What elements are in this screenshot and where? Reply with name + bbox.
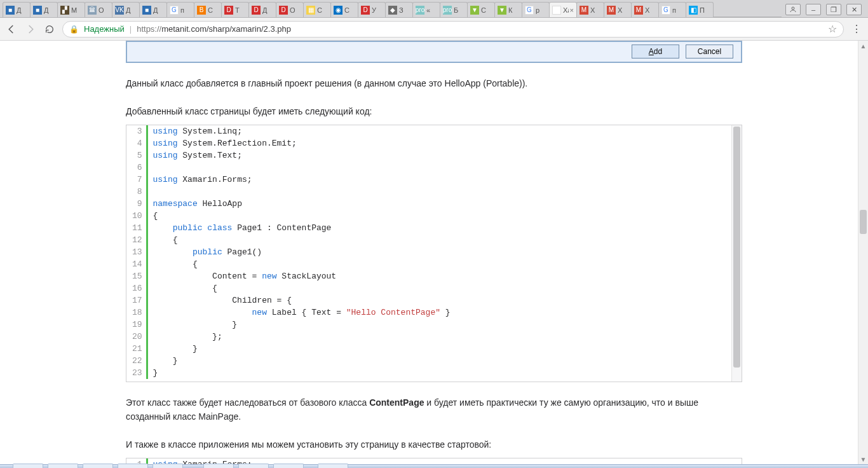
taskbar-item[interactable] (273, 464, 304, 468)
paragraph: Добавленный класс страницы будет иметь с… (126, 105, 742, 119)
tab-label: Б (454, 6, 465, 14)
browser-tab[interactable]: ▼К (494, 2, 522, 17)
code-line: namespace HelloApp (147, 198, 742, 210)
tab-favicon-icon: ◆ (388, 6, 397, 15)
address-bar[interactable]: 🔒 Надежный | https://metanit.com/sharp/x… (62, 21, 844, 38)
browser-tab[interactable]: ◧П (686, 2, 714, 17)
forward-button[interactable] (24, 23, 37, 36)
code-scrollbar[interactable] (731, 125, 742, 382)
article-body: Данный класс добавляется в главный проек… (126, 77, 742, 464)
tab-label: п (672, 6, 683, 14)
browser-tab[interactable]: proБ (440, 2, 468, 17)
scroll-up-button[interactable]: ▲ (858, 41, 868, 51)
tab-favicon-icon: 🏛 (88, 6, 97, 15)
tab-favicon-icon: ▼ (470, 6, 479, 15)
line-number: 16 (126, 282, 147, 294)
tab-favicon-icon: ■ (142, 6, 151, 15)
code-line (147, 162, 742, 174)
tab-favicon-icon: pro (416, 6, 424, 15)
browser-tab[interactable]: Xa× (549, 2, 577, 17)
browser-tab[interactable]: ◆З (385, 2, 413, 17)
line-number: 7 (126, 174, 147, 186)
browser-tab[interactable]: VKД (112, 2, 140, 17)
code-line: { (147, 210, 742, 222)
tab-label: C (344, 6, 355, 14)
taskbar-item[interactable] (48, 464, 78, 468)
browser-tab[interactable]: ■Д (30, 2, 58, 17)
browser-tab[interactable]: DУ (358, 2, 386, 17)
scrollbar-thumb[interactable] (860, 210, 867, 234)
browser-tab[interactable]: DT (221, 2, 249, 17)
tab-favicon-icon: ◉ (334, 6, 342, 15)
browser-toolbar: 🔒 Надежный | https://metanit.com/sharp/x… (0, 18, 868, 41)
page-scrollbar[interactable]: ▲ ▼ (858, 41, 868, 464)
dialog-cancel-button[interactable]: Cancel (686, 45, 733, 59)
profile-button[interactable] (785, 4, 801, 15)
browser-menu-button[interactable]: ⋮ (850, 23, 863, 35)
line-number: 22 (126, 355, 147, 367)
browser-tab[interactable]: ◉C (330, 2, 358, 17)
code-line: { (147, 258, 742, 270)
tab-favicon-icon: G (661, 6, 670, 15)
browser-tab[interactable]: MX (576, 2, 604, 17)
browser-tab[interactable]: 🏛O (85, 2, 112, 17)
tab-favicon-icon (552, 6, 561, 15)
browser-tab[interactable]: Gп (658, 2, 686, 17)
paragraph: И также в классе приложения мы можем уст… (126, 438, 742, 452)
browser-tab[interactable]: ▞M (57, 2, 85, 17)
tab-label: M (71, 6, 82, 14)
tab-label: O (98, 6, 109, 14)
close-window-button[interactable]: ✕ (846, 4, 862, 15)
svg-point-0 (792, 7, 794, 10)
reload-button[interactable] (43, 23, 56, 36)
line-number: 14 (126, 258, 147, 270)
browser-tab[interactable]: ■Д (139, 2, 167, 17)
line-number: 3 (126, 125, 147, 137)
line-number: 5 (126, 149, 147, 162)
taskbar-item[interactable] (83, 464, 113, 468)
maximize-button[interactable]: ❐ (826, 4, 841, 15)
taskbar-item[interactable] (238, 464, 269, 468)
browser-tab[interactable]: MX (604, 2, 632, 17)
line-number: 17 (126, 294, 147, 306)
line-number: 15 (126, 270, 147, 282)
code-line: using System.Reflection.Emit; (147, 137, 742, 149)
minimize-button[interactable]: – (806, 4, 821, 15)
back-button[interactable] (5, 23, 18, 36)
code-line: } (147, 367, 742, 379)
code-block-1: 3using System.Linq;4using System.Reflect… (126, 125, 742, 382)
tab-label: Д (17, 6, 27, 14)
taskbar-item[interactable] (153, 464, 183, 468)
page-viewport: Add Cancel Данный класс добавляется в гл… (0, 41, 868, 464)
tab-favicon-icon: ■ (33, 6, 42, 15)
tab-label: X (618, 6, 628, 14)
tab-close-icon[interactable]: × (570, 6, 574, 14)
scrollbar-thumb[interactable] (733, 127, 740, 368)
scroll-down-button[interactable]: ▼ (858, 454, 868, 464)
taskbar-item[interactable] (13, 464, 43, 468)
browser-tab[interactable]: DД (248, 2, 276, 17)
bookmark-star-icon[interactable]: ☆ (828, 23, 837, 35)
secure-label: Надежный (84, 24, 125, 34)
taskbar-item[interactable] (318, 464, 348, 468)
browser-tab[interactable]: BC (194, 2, 222, 17)
taskbar-item[interactable] (118, 464, 148, 468)
browser-tab[interactable]: Gр (522, 2, 550, 17)
tab-favicon-icon: ■ (6, 6, 15, 15)
browser-tab[interactable]: pro« (412, 2, 440, 17)
dialog-add-button[interactable]: Add (632, 45, 679, 59)
browser-tab[interactable]: MX (631, 2, 659, 17)
code-line: public class Page1 : ContentPage (147, 222, 742, 234)
browser-tab[interactable]: ▼C (467, 2, 495, 17)
lock-icon: 🔒 (69, 25, 79, 34)
browser-tab[interactable]: DO (276, 2, 304, 17)
line-number: 8 (126, 186, 147, 198)
line-number: 11 (126, 222, 147, 234)
browser-tab[interactable]: ▦C (303, 2, 331, 17)
browser-tab[interactable]: Gп (166, 2, 194, 17)
taskbar[interactable] (0, 464, 868, 468)
tabstrip-spacer (713, 2, 782, 17)
taskbar-item[interactable] (203, 464, 234, 468)
browser-tab[interactable]: ■Д (3, 2, 31, 17)
tab-favicon-icon: M (580, 6, 588, 15)
